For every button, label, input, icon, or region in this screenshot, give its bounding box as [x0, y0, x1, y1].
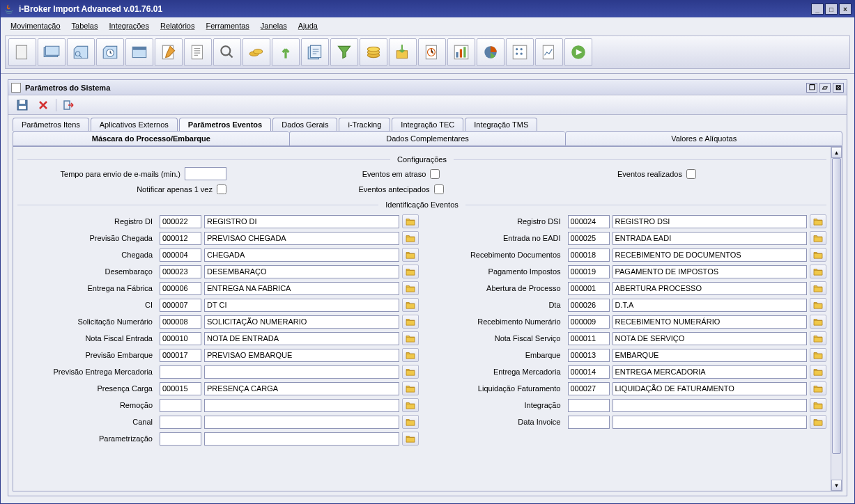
- minimize-button[interactable]: _: [811, 3, 824, 15]
- close-button[interactable]: ×: [839, 3, 852, 15]
- code-input[interactable]: [568, 249, 610, 262]
- desc-input[interactable]: [204, 215, 399, 228]
- desc-input[interactable]: [204, 365, 399, 379]
- toolbar-btn-13[interactable]: [360, 38, 387, 66]
- code-input[interactable]: [160, 382, 201, 395]
- checkbox-eventos-antecipados[interactable]: [434, 184, 444, 194]
- code-input[interactable]: [568, 349, 610, 362]
- folder-icon[interactable]: [810, 248, 826, 262]
- desc-input[interactable]: [204, 249, 399, 262]
- toolbar-btn-10[interactable]: [272, 38, 300, 66]
- subtab-mascara[interactable]: Máscara do Processo/Embarque: [13, 131, 289, 146]
- code-input[interactable]: [568, 332, 610, 345]
- folder-icon[interactable]: [402, 231, 419, 245]
- folder-icon[interactable]: [810, 381, 826, 395]
- folder-icon[interactable]: [810, 348, 826, 362]
- menu-movimentacao[interactable]: Movimentação: [5, 19, 66, 32]
- scroll-thumb[interactable]: [832, 158, 841, 454]
- code-input[interactable]: [160, 282, 201, 295]
- folder-icon[interactable]: [402, 315, 419, 329]
- folder-icon[interactable]: [402, 298, 419, 312]
- toolbar-btn-1[interactable]: [8, 38, 36, 66]
- folder-icon[interactable]: [810, 331, 826, 345]
- desc-input[interactable]: [204, 299, 399, 312]
- code-input[interactable]: [160, 332, 201, 345]
- desc-input[interactable]: [204, 232, 399, 245]
- folder-icon[interactable]: [810, 231, 826, 245]
- folder-icon[interactable]: [402, 415, 419, 429]
- inner-maximize-button[interactable]: ▱: [819, 83, 831, 93]
- inner-restore-button[interactable]: ❐: [806, 83, 817, 93]
- folder-icon[interactable]: [402, 214, 419, 228]
- maximize-button[interactable]: □: [825, 3, 838, 15]
- desc-input[interactable]: [613, 416, 808, 429]
- exit-icon[interactable]: [61, 97, 77, 113]
- folder-icon[interactable]: [402, 281, 419, 295]
- menu-integracoes[interactable]: Integrações: [103, 19, 154, 32]
- code-input[interactable]: [160, 349, 201, 362]
- code-input[interactable]: [568, 215, 610, 228]
- desc-input[interactable]: [613, 299, 808, 312]
- code-input[interactable]: [160, 399, 201, 412]
- code-input[interactable]: [160, 249, 201, 262]
- desc-input[interactable]: [204, 265, 399, 278]
- desc-input[interactable]: [613, 282, 808, 295]
- desc-input[interactable]: [613, 349, 808, 362]
- toolbar-btn-17[interactable]: [477, 38, 504, 66]
- code-input[interactable]: [568, 315, 610, 329]
- menu-relatorios[interactable]: Relatórios: [155, 19, 201, 32]
- tab-parametros-itens[interactable]: Parâmetros Itens: [13, 118, 89, 131]
- toolbar-btn-19[interactable]: [535, 38, 563, 66]
- menu-tabelas[interactable]: Tabelas: [66, 19, 104, 32]
- toolbar-btn-14[interactable]: [389, 38, 417, 66]
- code-input[interactable]: [568, 365, 610, 379]
- toolbar-btn-6[interactable]: [155, 38, 183, 66]
- desc-input[interactable]: [613, 365, 808, 379]
- desc-input[interactable]: [204, 416, 399, 429]
- desc-input[interactable]: [204, 349, 399, 362]
- toolbar-btn-16[interactable]: [447, 38, 475, 66]
- code-input[interactable]: [160, 416, 201, 429]
- desc-input[interactable]: [613, 382, 808, 395]
- desc-input[interactable]: [204, 332, 399, 345]
- tab-itracking[interactable]: i-Tracking: [339, 118, 390, 131]
- desc-input[interactable]: [613, 215, 808, 228]
- code-input[interactable]: [160, 215, 201, 228]
- folder-icon[interactable]: [810, 315, 826, 329]
- menu-janelas[interactable]: Janelas: [255, 19, 293, 32]
- folder-icon[interactable]: [402, 248, 419, 262]
- checkbox-eventos-atraso[interactable]: [430, 169, 440, 179]
- code-input[interactable]: [160, 432, 201, 446]
- desc-input[interactable]: [613, 399, 808, 412]
- code-input[interactable]: [160, 299, 201, 312]
- checkbox-notificar[interactable]: [217, 184, 226, 194]
- toolbar-btn-7[interactable]: [184, 38, 212, 66]
- toolbar-btn-18[interactable]: [506, 38, 534, 66]
- tab-dados-gerais[interactable]: Dados Gerais: [272, 118, 337, 131]
- toolbar-btn-9[interactable]: [242, 38, 270, 66]
- desc-input[interactable]: [613, 249, 808, 262]
- folder-icon[interactable]: [402, 365, 419, 379]
- toolbar-btn-11[interactable]: [301, 38, 329, 66]
- desc-input[interactable]: [613, 265, 808, 278]
- folder-icon[interactable]: [810, 298, 826, 312]
- folder-icon[interactable]: [810, 415, 826, 429]
- menu-ajuda[interactable]: Ajuda: [293, 19, 323, 32]
- desc-input[interactable]: [204, 382, 399, 395]
- code-input[interactable]: [160, 365, 201, 379]
- code-input[interactable]: [568, 265, 610, 278]
- folder-icon[interactable]: [810, 214, 826, 228]
- desc-input[interactable]: [613, 315, 808, 329]
- vertical-scrollbar[interactable]: ▲ ▼: [831, 147, 842, 491]
- tab-aplicativos-externos[interactable]: Aplicativos Externos: [91, 118, 178, 131]
- delete-icon[interactable]: [35, 97, 52, 113]
- folder-icon[interactable]: [402, 398, 419, 412]
- toolbar-btn-2[interactable]: [38, 38, 66, 66]
- checkbox-eventos-realizados[interactable]: [686, 169, 696, 179]
- menu-ferramentas[interactable]: Ferramentas: [200, 19, 254, 32]
- subtab-dados-complementares[interactable]: Dados Complementares: [289, 131, 566, 146]
- scroll-down-button[interactable]: ▼: [831, 480, 842, 491]
- subtab-valores-aliquotas[interactable]: Valores e Alíquotas: [565, 131, 842, 146]
- code-input[interactable]: [568, 416, 610, 429]
- scroll-track[interactable]: [831, 158, 842, 480]
